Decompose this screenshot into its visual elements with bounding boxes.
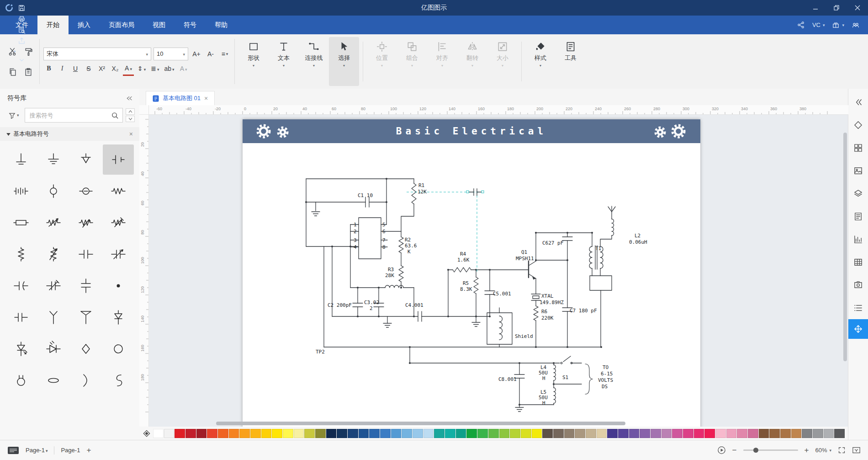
symbol-天线[interactable]: [38, 302, 69, 332]
symbol-指示灯[interactable]: [5, 365, 37, 396]
circuit-label[interactable]: R4: [460, 251, 466, 257]
strikethrough-button[interactable]: S: [83, 65, 94, 76]
subscript-button[interactable]: X₂: [110, 65, 121, 76]
symbol-电容[interactable]: [70, 239, 101, 269]
font-size-select[interactable]: 10: [153, 48, 188, 60]
color-swatch[interactable]: [586, 429, 596, 438]
color-swatch[interactable]: [532, 429, 542, 438]
symbol-光电二极管[interactable]: [38, 334, 69, 364]
list-button[interactable]: ≣: [149, 65, 160, 76]
symbol-多节电池[interactable]: [5, 176, 37, 206]
align-text-button[interactable]: ≡: [219, 48, 231, 60]
color-swatch[interactable]: [607, 429, 618, 438]
decrease-font-button[interactable]: A-: [205, 48, 217, 60]
circuit-label[interactable]: 2: [354, 229, 357, 235]
color-swatch[interactable]: [704, 429, 715, 438]
share-icon[interactable]: [797, 21, 805, 29]
maximize-button[interactable]: [826, 0, 847, 16]
symbol-晶振[interactable]: [38, 365, 69, 396]
add-page-button[interactable]: +: [86, 446, 91, 455]
page-tab[interactable]: Page-1: [61, 447, 80, 454]
superscript-button[interactable]: X²: [96, 65, 107, 76]
symbol-变容二极管[interactable]: [70, 334, 101, 364]
color-swatch[interactable]: [683, 429, 693, 438]
account-dropdown[interactable]: VC: [812, 21, 825, 28]
theme-color-icon[interactable]: [143, 430, 150, 437]
circuit-label[interactable]: TO: [603, 364, 609, 370]
scroll-symbols-down-button[interactable]: [126, 116, 135, 122]
text-effects-button[interactable]: A: [178, 65, 189, 76]
circuit-label[interactable]: XTAL: [541, 293, 554, 299]
circuit-label[interactable]: MPSH11: [516, 256, 534, 262]
bold-button[interactable]: B: [43, 65, 54, 76]
tool-size-button[interactable]: 大小▾: [487, 37, 518, 86]
fit-window-icon[interactable]: [852, 446, 861, 454]
color-swatch[interactable]: [662, 429, 672, 438]
symbol-section-header[interactable]: 基本电路符号 ×: [0, 127, 139, 141]
circuit-diagram[interactable]: C1 10R112K12345678R263.6KR328KC2 200pFC3…: [243, 143, 700, 427]
circuit-label[interactable]: 220K: [541, 315, 554, 321]
export-icon[interactable]: [16, 35, 27, 46]
canvas-viewport[interactable]: Basic Electrical C1 10R112K12345678R263.…: [148, 114, 848, 427]
circuit-label[interactable]: 149.89HZ: [540, 300, 564, 305]
zoom-level-select[interactable]: 60%: [815, 447, 831, 454]
color-swatch[interactable]: [348, 429, 358, 438]
circuit-label[interactable]: VOLTS: [598, 377, 613, 383]
color-swatch[interactable]: [651, 429, 661, 438]
color-swatch[interactable]: [694, 429, 704, 438]
color-swatch[interactable]: [229, 429, 239, 438]
circuit-label[interactable]: TP2: [316, 349, 325, 355]
color-swatch[interactable]: [715, 429, 726, 438]
circuit-label[interactable]: T1: [595, 246, 601, 251]
collapse-panel-icon[interactable]: [848, 91, 868, 113]
circuit-label[interactable]: 8.3K: [460, 286, 472, 292]
style-panel-icon[interactable]: [848, 113, 868, 136]
circuit-label[interactable]: R5: [463, 280, 469, 286]
color-swatch[interactable]: [597, 429, 607, 438]
color-swatch[interactable]: [813, 429, 823, 438]
color-swatch[interactable]: [196, 429, 207, 438]
fullscreen-icon[interactable]: [838, 446, 846, 454]
scroll-symbols-up-button[interactable]: [126, 108, 135, 115]
circuit-label[interactable]: 6-15: [601, 371, 613, 377]
color-swatch[interactable]: [239, 429, 250, 438]
circuit-label[interactable]: 4: [354, 244, 357, 250]
circuit-label[interactable]: C3.02: [364, 300, 379, 305]
notes-panel-icon[interactable]: [848, 205, 868, 228]
color-swatch[interactable]: [640, 429, 650, 438]
circuit-label[interactable]: Shield: [515, 333, 533, 339]
circuit-label[interactable]: 7: [382, 237, 386, 243]
color-swatch[interactable]: [575, 429, 585, 438]
color-swatch[interactable]: [488, 429, 499, 438]
menu-item-插入[interactable]: 插入: [69, 16, 100, 34]
circuit-label[interactable]: C7 180 pF: [570, 308, 597, 314]
tool-group-button[interactable]: 组合▾: [397, 37, 427, 86]
color-swatch[interactable]: [748, 429, 758, 438]
collapse-ribbon-icon[interactable]: [16, 54, 27, 65]
snapshot-panel-icon[interactable]: [848, 273, 868, 296]
underline-button[interactable]: U: [70, 65, 81, 76]
symbol-极化电容[interactable]: [5, 271, 37, 301]
color-swatch[interactable]: [510, 429, 520, 438]
color-swatch[interactable]: [629, 429, 640, 438]
symbol-发光二极管[interactable]: [5, 334, 37, 364]
close-button[interactable]: [847, 0, 868, 16]
circuit-label[interactable]: 3: [354, 237, 357, 243]
color-swatch[interactable]: [445, 429, 455, 438]
zoom-out-button[interactable]: −: [732, 446, 737, 455]
symbol-衰减器[interactable]: [5, 239, 37, 269]
color-swatch[interactable]: [564, 429, 575, 438]
symbol-大地接地[interactable]: [38, 144, 69, 175]
circuit-label[interactable]: H: [542, 400, 545, 406]
color-swatch[interactable]: [618, 429, 629, 438]
community-icon[interactable]: [852, 21, 860, 29]
color-swatch[interactable]: [337, 429, 347, 438]
symbol-可变电阻[interactable]: [38, 208, 69, 238]
color-swatch[interactable]: [413, 429, 423, 438]
color-swatch[interactable]: [185, 429, 196, 438]
circuit-label[interactable]: 5: [382, 222, 386, 228]
color-swatch[interactable]: [466, 429, 477, 438]
menu-item-符号[interactable]: 符号: [175, 16, 206, 34]
symbol-可调电阻[interactable]: [38, 239, 69, 269]
color-swatch[interactable]: [423, 429, 434, 438]
